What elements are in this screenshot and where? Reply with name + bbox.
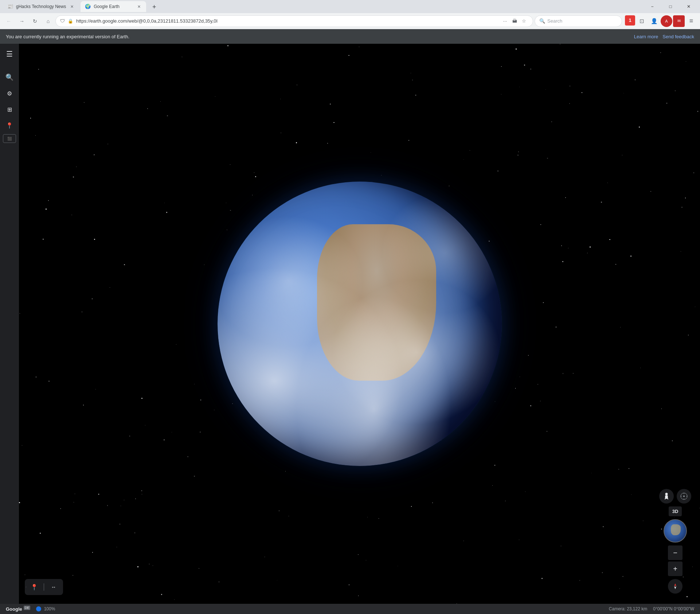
account-button[interactable]: 👤 bbox=[648, 15, 660, 27]
star bbox=[537, 384, 538, 385]
star bbox=[501, 94, 501, 94]
star bbox=[204, 264, 204, 265]
sidebar-measure-button[interactable]: ⬛ bbox=[3, 134, 16, 143]
star bbox=[635, 79, 636, 80]
star bbox=[19, 502, 20, 503]
star bbox=[681, 207, 683, 208]
star bbox=[285, 471, 286, 471]
nav-bar: ← → ↻ ⌂ 🛡 🔒 https://earth.google.com/web… bbox=[0, 13, 700, 29]
star bbox=[358, 595, 359, 596]
star bbox=[470, 150, 470, 151]
star bbox=[48, 381, 49, 381]
star bbox=[200, 432, 201, 433]
star bbox=[279, 510, 279, 511]
star bbox=[639, 127, 640, 128]
location-button[interactable]: 📍 bbox=[29, 582, 39, 592]
star bbox=[623, 93, 624, 93]
pocket-icon[interactable]: 🏔 bbox=[510, 17, 519, 26]
star bbox=[161, 594, 162, 595]
star bbox=[92, 552, 93, 553]
star bbox=[230, 164, 230, 165]
star bbox=[464, 159, 464, 160]
learn-more-link[interactable]: Learn more bbox=[634, 34, 658, 39]
sidebar-toggle-button[interactable]: ⊡ bbox=[636, 15, 648, 27]
tab-earth-title: Google Earth bbox=[94, 4, 133, 9]
star bbox=[297, 85, 297, 85]
star bbox=[607, 183, 608, 183]
coordinates: 0°00'00"N 0°00'00"W bbox=[653, 606, 694, 611]
star bbox=[25, 575, 25, 575]
toolbar-divider bbox=[44, 583, 44, 591]
star bbox=[94, 154, 94, 155]
browser-search-bar[interactable]: 🔍 Search bbox=[535, 15, 622, 27]
star bbox=[48, 200, 49, 201]
address-bar[interactable]: 🛡 🔒 https://earth.google.com/web/@0,0,0a… bbox=[55, 15, 533, 27]
star bbox=[330, 104, 331, 104]
star bbox=[697, 111, 699, 112]
star bbox=[166, 212, 167, 213]
star bbox=[20, 313, 20, 314]
tab-earth-close[interactable]: ✕ bbox=[136, 4, 142, 9]
star bbox=[176, 344, 177, 345]
send-feedback-link[interactable]: Send feedback bbox=[662, 34, 694, 39]
star bbox=[519, 87, 520, 87]
earth-view[interactable]: 📍 ↔ bbox=[19, 44, 700, 604]
sidebar-projects-button[interactable]: ⊞ bbox=[2, 102, 17, 117]
star bbox=[254, 172, 254, 173]
menu-button[interactable]: ≡ bbox=[685, 15, 697, 27]
tab-google-earth[interactable]: 🌍 Google Earth ✕ bbox=[81, 1, 146, 12]
extensions-button[interactable]: 1 bbox=[625, 15, 635, 26]
star bbox=[149, 564, 149, 564]
compass-button[interactable] bbox=[677, 489, 691, 504]
close-button[interactable]: ✕ bbox=[680, 0, 697, 13]
sidebar-search-button[interactable]: 🔍 bbox=[2, 70, 17, 85]
star bbox=[281, 133, 281, 133]
sidebar-explore-button[interactable]: ⚙ bbox=[2, 86, 17, 101]
tab-ghacks-close[interactable]: ✕ bbox=[69, 4, 75, 9]
star bbox=[541, 578, 543, 579]
sidebar-menu-button[interactable]: ☰ bbox=[2, 47, 17, 61]
measure-button[interactable]: ↔ bbox=[48, 582, 59, 592]
zoom-in-button[interactable]: + bbox=[668, 561, 683, 576]
star bbox=[591, 473, 592, 473]
title-bar: 📰 gHacks Technology News ✕ 🌍 Google Eart… bbox=[0, 0, 700, 13]
star bbox=[107, 144, 108, 144]
star bbox=[685, 198, 686, 198]
mini-globe[interactable] bbox=[664, 519, 687, 543]
star bbox=[280, 99, 281, 99]
north-up-button[interactable] bbox=[668, 579, 683, 594]
minimize-button[interactable]: − bbox=[644, 0, 661, 13]
info-bar: You are currently running an experimenta… bbox=[0, 29, 700, 44]
star bbox=[35, 135, 36, 136]
globe-overlay bbox=[218, 182, 502, 466]
pegman-button[interactable] bbox=[659, 489, 674, 504]
star bbox=[182, 57, 182, 57]
mail-button[interactable]: ✉ bbox=[673, 15, 685, 27]
star bbox=[135, 498, 136, 499]
star bbox=[516, 48, 517, 50]
home-button[interactable]: ⌂ bbox=[42, 15, 54, 27]
tab-ghacks[interactable]: 📰 gHacks Technology News ✕ bbox=[3, 1, 79, 12]
new-tab-button[interactable]: + bbox=[149, 2, 159, 12]
star bbox=[227, 45, 228, 46]
earth-globe[interactable] bbox=[218, 182, 502, 466]
address-bar-actions: ··· 🏔 ☆ bbox=[501, 17, 528, 26]
zoom-out-button[interactable]: − bbox=[668, 545, 683, 560]
back-button[interactable]: ← bbox=[3, 15, 15, 27]
maximize-button[interactable]: □ bbox=[662, 0, 679, 13]
star bbox=[94, 239, 95, 240]
star bbox=[693, 172, 694, 173]
star bbox=[371, 152, 371, 153]
star bbox=[686, 61, 686, 62]
forward-button[interactable]: → bbox=[16, 15, 28, 27]
sidebar-voyager-button[interactable]: 📍 bbox=[2, 118, 17, 133]
browser-frame: 📰 gHacks Technology News ✕ 🌍 Google Eart… bbox=[0, 0, 700, 614]
star bbox=[194, 384, 195, 384]
bookmark-icon[interactable]: ☆ bbox=[520, 17, 528, 26]
star bbox=[661, 408, 662, 409]
3d-mode-button[interactable]: 3D bbox=[669, 506, 682, 516]
refresh-button[interactable]: ↻ bbox=[29, 15, 41, 27]
avatar-button[interactable]: A bbox=[661, 15, 672, 27]
star bbox=[681, 251, 681, 252]
more-button[interactable]: ··· bbox=[501, 17, 509, 26]
